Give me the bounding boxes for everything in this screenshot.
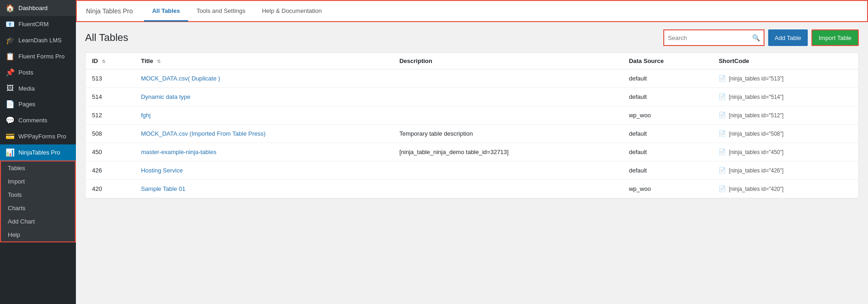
cell-shortcode[interactable]: 📄 [ninja_tables id="513"] [712, 69, 858, 88]
cell-description: Temporary table description [393, 125, 622, 143]
page-title: All Tables [85, 32, 128, 44]
submenu-tools[interactable]: Tools [1, 188, 75, 201]
search-container: 🔍 [663, 29, 765, 46]
submenu-import[interactable]: Import [1, 175, 75, 188]
table-row: 420 Sample Table 01 wp_woo 📄 [ninja_tabl… [86, 180, 858, 198]
nav-tabs: All Tables Tools and Settings Help & Doc… [144, 1, 330, 21]
cell-datasource: wp_woo [622, 180, 712, 198]
cell-datasource: default [622, 161, 712, 180]
main-content: Ninja Tables Pro All Tables Tools and Se… [76, 0, 868, 304]
cell-title[interactable]: Dynamic data type [134, 88, 393, 106]
fluentcrm-icon: 📧 [6, 20, 15, 29]
shortcode-value[interactable]: [ninja_tables id="514"] [729, 94, 783, 100]
cell-id[interactable]: 450 [86, 143, 134, 161]
submenu-charts[interactable]: Charts [1, 201, 75, 215]
sidebar-item-label: Posts [18, 69, 34, 76]
col-id[interactable]: ID ⇅ [86, 53, 134, 69]
tab-tools-settings[interactable]: Tools and Settings [188, 1, 253, 22]
cell-description: [ninja_table_ninja_demo table_id=32713] [393, 143, 622, 161]
sidebar-item-label: Media [18, 85, 34, 92]
cell-title[interactable]: master-example-ninja-tables [134, 143, 393, 161]
cell-shortcode[interactable]: 📄 [ninja_tables id="426"] [712, 161, 858, 180]
table-title-link[interactable]: Hosting Service [141, 167, 183, 174]
cell-id[interactable]: 514 [86, 88, 134, 106]
sidebar-item-learndash[interactable]: 🎓 LearnDash LMS [0, 32, 76, 48]
sidebar-item-label: WPPayForms Pro [18, 133, 66, 140]
learndash-icon: 🎓 [6, 36, 15, 45]
sidebar-item-label: NinjaTables Pro [18, 149, 60, 156]
col-title[interactable]: Title ⇅ [134, 53, 393, 69]
cell-id[interactable]: 512 [86, 106, 134, 125]
cell-shortcode[interactable]: 📄 [ninja_tables id="508"] [712, 125, 858, 143]
table-title-link[interactable]: MOCK_DATA.csv (Imported From Table Press… [141, 130, 265, 137]
table-title-link[interactable]: fghj [141, 112, 150, 119]
sidebar-item-posts[interactable]: 📌 Posts [0, 64, 76, 80]
cell-description [393, 88, 622, 106]
cell-shortcode[interactable]: 📄 [ninja_tables id="450"] [712, 143, 858, 161]
table-title-link[interactable]: Sample Table 01 [141, 185, 185, 192]
action-bar: 🔍 Add Table Import Table [663, 29, 859, 46]
submenu-tables[interactable]: Tables [1, 161, 75, 175]
sidebar: 🏠 Dashboard 📧 FluentCRM 🎓 LearnDash LMS … [0, 0, 76, 304]
tab-help-docs[interactable]: Help & Documentation [253, 1, 330, 22]
cell-description [393, 106, 622, 125]
sidebar-item-label: Fluent Forms Pro [18, 53, 64, 60]
table-row: 513 MOCK_DATA.csv( Duplicate ) default 📄… [86, 69, 858, 88]
submenu-help[interactable]: Help [1, 228, 75, 241]
shortcode-value[interactable]: [ninja_tables id="513"] [729, 75, 783, 82]
submenu-add-chart[interactable]: Add Chart [1, 215, 75, 228]
cell-title[interactable]: fghj [134, 106, 393, 125]
import-table-button[interactable]: Import Table [811, 29, 859, 46]
ninjatables-icon: 📊 [6, 148, 15, 157]
sidebar-item-dashboard[interactable]: 🏠 Dashboard [0, 0, 76, 16]
col-datasource: Data Source [622, 53, 712, 69]
sidebar-item-media[interactable]: 🖼 Media [0, 80, 76, 96]
shortcode-doc-icon: 📄 [719, 75, 726, 82]
tab-all-tables[interactable]: All Tables [144, 1, 188, 22]
sidebar-item-pages[interactable]: 📄 Pages [0, 96, 76, 112]
tables-container: ID ⇅ Title ⇅ Description Data Source Sho… [85, 52, 859, 199]
shortcode-value[interactable]: [ninja_tables id="450"] [729, 149, 783, 155]
cell-id[interactable]: 426 [86, 161, 134, 180]
table-title-link[interactable]: Dynamic data type [141, 93, 190, 100]
table-row: 514 Dynamic data type default 📄 [ninja_t… [86, 88, 858, 106]
cell-shortcode[interactable]: 📄 [ninja_tables id="514"] [712, 88, 858, 106]
pages-icon: 📄 [6, 100, 15, 109]
cell-title[interactable]: Hosting Service [134, 161, 393, 180]
media-icon: 🖼 [6, 84, 15, 92]
table-row: 426 Hosting Service default 📄 [ninja_tab… [86, 161, 858, 180]
cell-datasource: default [622, 88, 712, 106]
sidebar-item-label: Pages [18, 101, 35, 108]
tables-list: ID ⇅ Title ⇅ Description Data Source Sho… [86, 53, 858, 198]
table-title-link[interactable]: MOCK_DATA.csv( Duplicate ) [141, 75, 220, 82]
sidebar-item-label: FluentCRM [18, 21, 49, 28]
shortcode-value[interactable]: [ninja_tables id="426"] [729, 167, 783, 174]
ninjatables-submenu: Tables Import Tools Charts Add Chart Hel… [0, 161, 76, 242]
col-shortcode: ShortCode [712, 53, 858, 69]
cell-id[interactable]: 513 [86, 69, 134, 88]
cell-title[interactable]: MOCK_DATA.csv( Duplicate ) [134, 69, 393, 88]
sidebar-item-comments[interactable]: 💬 Comments [0, 112, 76, 128]
search-input[interactable] [668, 34, 749, 41]
cell-shortcode[interactable]: 📄 [ninja_tables id="420"] [712, 180, 858, 198]
shortcode-value[interactable]: [ninja_tables id="512"] [729, 112, 783, 119]
shortcode-value[interactable]: [ninja_tables id="420"] [729, 186, 783, 192]
sidebar-item-fluentforms[interactable]: 📋 Fluent Forms Pro [0, 48, 76, 64]
cell-title[interactable]: Sample Table 01 [134, 180, 393, 198]
search-icon: 🔍 [752, 34, 760, 41]
cell-shortcode[interactable]: 📄 [ninja_tables id="512"] [712, 106, 858, 125]
shortcode-doc-icon: 📄 [719, 185, 726, 192]
sidebar-item-ninjatables[interactable]: 📊 NinjaTables Pro [0, 144, 76, 161]
sidebar-item-fluentcrm[interactable]: 📧 FluentCRM [0, 16, 76, 32]
cell-datasource: default [622, 69, 712, 88]
table-body: 513 MOCK_DATA.csv( Duplicate ) default 📄… [86, 69, 858, 198]
table-title-link[interactable]: master-example-ninja-tables [141, 149, 216, 155]
add-table-button[interactable]: Add Table [768, 29, 808, 46]
cell-id[interactable]: 420 [86, 180, 134, 198]
shortcode-value[interactable]: [ninja_tables id="508"] [729, 131, 783, 137]
shortcode-doc-icon: 📄 [719, 130, 726, 137]
sidebar-item-label: Comments [18, 117, 47, 124]
sidebar-item-wppayforms[interactable]: 💳 WPPayForms Pro [0, 128, 76, 144]
cell-id[interactable]: 508 [86, 125, 134, 143]
cell-title[interactable]: MOCK_DATA.csv (Imported From Table Press… [134, 125, 393, 143]
